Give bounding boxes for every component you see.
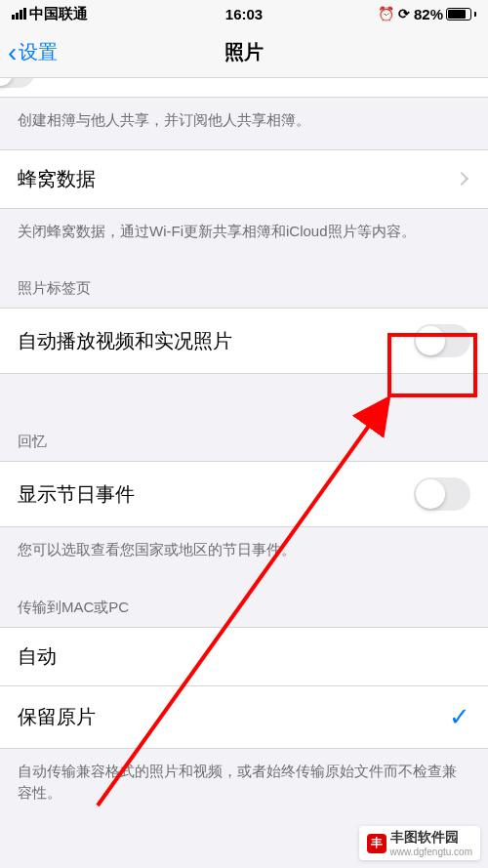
memories-footer: 您可以选取查看您国家或地区的节日事件。 [0, 527, 488, 579]
signal-icon [12, 8, 26, 20]
transfer-auto-label: 自动 [18, 643, 57, 670]
settings-content[interactable]: 创建相簿与他人共享，并订阅他人共享相簿。 蜂窝数据 关闭蜂窝数据，通过Wi-Fi… [0, 78, 488, 868]
transfer-keep-original-row[interactable]: 保留原片 ✓ [0, 686, 488, 749]
shared-albums-toggle[interactable] [0, 78, 34, 88]
transfer-header: 传输到MAC或PC [0, 579, 488, 627]
cellular-data-row[interactable]: 蜂窝数据 [0, 149, 488, 209]
memories-header: 回忆 [0, 413, 488, 461]
watermark-url: www.dgfengtu.com [390, 847, 473, 857]
page-title: 照片 [224, 39, 264, 65]
watermark-text: 丰图软件园 [390, 829, 473, 847]
status-bar: 中国联通 16:03 ⏰ ⟳ 82% [0, 0, 488, 27]
cellular-footer: 关闭蜂窝数据，通过Wi-Fi更新共享相簿和iCloud照片等内容。 [0, 209, 488, 261]
alarm-icon: ⏰ [378, 6, 394, 21]
status-right: ⏰ ⟳ 82% [378, 6, 476, 22]
lock-rotation-icon: ⟳ [398, 6, 410, 21]
chevron-right-icon [455, 172, 468, 186]
checkmark-icon: ✓ [449, 702, 470, 732]
shared-footer: 创建相簿与他人共享，并订阅他人共享相簿。 [0, 98, 488, 149]
back-label: 设置 [19, 39, 58, 65]
shared-albums-row-partial[interactable] [0, 78, 488, 98]
nav-bar: ‹ 设置 照片 [0, 27, 488, 78]
autoplay-label: 自动播放视频和实况照片 [18, 328, 232, 354]
tab-header: 照片标签页 [0, 260, 488, 308]
chevron-left-icon: ‹ [8, 37, 17, 68]
transfer-auto-row[interactable]: 自动 [0, 627, 488, 686]
holidays-label: 显示节日事件 [18, 481, 135, 508]
watermark: 丰 丰图软件园 www.dgfengtu.com [359, 826, 481, 860]
show-holidays-row[interactable]: 显示节日事件 [0, 461, 488, 527]
keep-original-label: 保留原片 [18, 704, 96, 730]
carrier-label: 中国联通 [29, 5, 88, 23]
watermark-logo-icon: 丰 [367, 834, 386, 853]
battery-indicator: 82% [414, 6, 476, 22]
back-button[interactable]: ‹ 设置 [8, 37, 58, 68]
status-left: 中国联通 [12, 5, 88, 23]
holidays-toggle[interactable] [414, 477, 470, 511]
transfer-footer: 自动传输兼容格式的照片和视频，或者始终传输原始文件而不检查兼容性。 [0, 749, 488, 822]
battery-pct: 82% [414, 6, 443, 22]
cellular-label: 蜂窝数据 [18, 166, 96, 192]
status-time: 16:03 [225, 6, 263, 22]
autoplay-row[interactable]: 自动播放视频和实况照片 [0, 308, 488, 374]
autoplay-toggle[interactable] [414, 324, 470, 357]
